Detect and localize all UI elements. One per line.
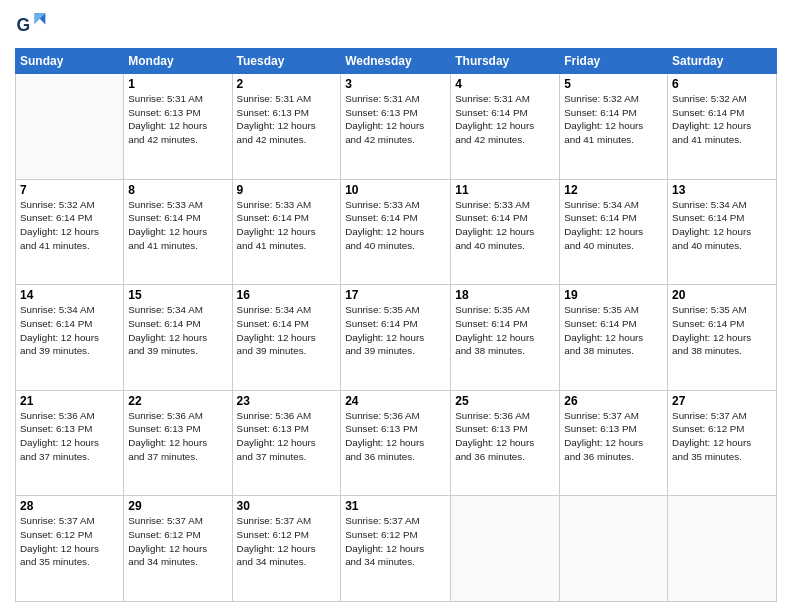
calendar-cell: 31Sunrise: 5:37 AM Sunset: 6:12 PM Dayli… bbox=[341, 496, 451, 602]
day-info: Sunrise: 5:37 AM Sunset: 6:12 PM Dayligh… bbox=[128, 514, 227, 569]
calendar-cell bbox=[560, 496, 668, 602]
day-info: Sunrise: 5:33 AM Sunset: 6:14 PM Dayligh… bbox=[128, 198, 227, 253]
day-info: Sunrise: 5:34 AM Sunset: 6:14 PM Dayligh… bbox=[20, 303, 119, 358]
day-info: Sunrise: 5:31 AM Sunset: 6:13 PM Dayligh… bbox=[128, 92, 227, 147]
day-info: Sunrise: 5:35 AM Sunset: 6:14 PM Dayligh… bbox=[455, 303, 555, 358]
day-number: 16 bbox=[237, 288, 337, 302]
day-info: Sunrise: 5:34 AM Sunset: 6:14 PM Dayligh… bbox=[237, 303, 337, 358]
day-info: Sunrise: 5:32 AM Sunset: 6:14 PM Dayligh… bbox=[564, 92, 663, 147]
day-number: 22 bbox=[128, 394, 227, 408]
calendar-cell: 19Sunrise: 5:35 AM Sunset: 6:14 PM Dayli… bbox=[560, 285, 668, 391]
column-header-friday: Friday bbox=[560, 49, 668, 74]
day-number: 26 bbox=[564, 394, 663, 408]
day-info: Sunrise: 5:37 AM Sunset: 6:12 PM Dayligh… bbox=[345, 514, 446, 569]
day-info: Sunrise: 5:31 AM Sunset: 6:14 PM Dayligh… bbox=[455, 92, 555, 147]
calendar-cell: 17Sunrise: 5:35 AM Sunset: 6:14 PM Dayli… bbox=[341, 285, 451, 391]
calendar-week-row: 1Sunrise: 5:31 AM Sunset: 6:13 PM Daylig… bbox=[16, 74, 777, 180]
day-info: Sunrise: 5:33 AM Sunset: 6:14 PM Dayligh… bbox=[237, 198, 337, 253]
day-number: 29 bbox=[128, 499, 227, 513]
day-info: Sunrise: 5:36 AM Sunset: 6:13 PM Dayligh… bbox=[237, 409, 337, 464]
calendar-week-row: 28Sunrise: 5:37 AM Sunset: 6:12 PM Dayli… bbox=[16, 496, 777, 602]
day-info: Sunrise: 5:34 AM Sunset: 6:14 PM Dayligh… bbox=[672, 198, 772, 253]
calendar-week-row: 7Sunrise: 5:32 AM Sunset: 6:14 PM Daylig… bbox=[16, 179, 777, 285]
day-info: Sunrise: 5:33 AM Sunset: 6:14 PM Dayligh… bbox=[345, 198, 446, 253]
calendar-cell bbox=[451, 496, 560, 602]
logo-icon: G bbox=[15, 10, 47, 42]
calendar-cell: 7Sunrise: 5:32 AM Sunset: 6:14 PM Daylig… bbox=[16, 179, 124, 285]
calendar-cell: 28Sunrise: 5:37 AM Sunset: 6:12 PM Dayli… bbox=[16, 496, 124, 602]
day-number: 17 bbox=[345, 288, 446, 302]
day-number: 3 bbox=[345, 77, 446, 91]
day-number: 10 bbox=[345, 183, 446, 197]
calendar-cell: 13Sunrise: 5:34 AM Sunset: 6:14 PM Dayli… bbox=[668, 179, 777, 285]
calendar-table: SundayMondayTuesdayWednesdayThursdayFrid… bbox=[15, 48, 777, 602]
day-info: Sunrise: 5:37 AM Sunset: 6:13 PM Dayligh… bbox=[564, 409, 663, 464]
column-header-wednesday: Wednesday bbox=[341, 49, 451, 74]
calendar-cell: 20Sunrise: 5:35 AM Sunset: 6:14 PM Dayli… bbox=[668, 285, 777, 391]
day-info: Sunrise: 5:35 AM Sunset: 6:14 PM Dayligh… bbox=[564, 303, 663, 358]
day-number: 11 bbox=[455, 183, 555, 197]
day-number: 30 bbox=[237, 499, 337, 513]
calendar-cell: 1Sunrise: 5:31 AM Sunset: 6:13 PM Daylig… bbox=[124, 74, 232, 180]
day-number: 31 bbox=[345, 499, 446, 513]
calendar-cell: 10Sunrise: 5:33 AM Sunset: 6:14 PM Dayli… bbox=[341, 179, 451, 285]
day-number: 19 bbox=[564, 288, 663, 302]
day-number: 12 bbox=[564, 183, 663, 197]
page: G SundayMondayTuesdayWednesdayThursdayFr… bbox=[0, 0, 792, 612]
calendar-cell: 30Sunrise: 5:37 AM Sunset: 6:12 PM Dayli… bbox=[232, 496, 341, 602]
day-number: 24 bbox=[345, 394, 446, 408]
day-number: 15 bbox=[128, 288, 227, 302]
column-header-sunday: Sunday bbox=[16, 49, 124, 74]
calendar-cell: 3Sunrise: 5:31 AM Sunset: 6:13 PM Daylig… bbox=[341, 74, 451, 180]
day-number: 1 bbox=[128, 77, 227, 91]
day-number: 6 bbox=[672, 77, 772, 91]
day-number: 21 bbox=[20, 394, 119, 408]
calendar-cell: 11Sunrise: 5:33 AM Sunset: 6:14 PM Dayli… bbox=[451, 179, 560, 285]
calendar-cell: 2Sunrise: 5:31 AM Sunset: 6:13 PM Daylig… bbox=[232, 74, 341, 180]
calendar-cell: 6Sunrise: 5:32 AM Sunset: 6:14 PM Daylig… bbox=[668, 74, 777, 180]
calendar-header-row: SundayMondayTuesdayWednesdayThursdayFrid… bbox=[16, 49, 777, 74]
day-info: Sunrise: 5:32 AM Sunset: 6:14 PM Dayligh… bbox=[20, 198, 119, 253]
day-number: 4 bbox=[455, 77, 555, 91]
calendar-cell bbox=[16, 74, 124, 180]
day-info: Sunrise: 5:37 AM Sunset: 6:12 PM Dayligh… bbox=[20, 514, 119, 569]
day-number: 28 bbox=[20, 499, 119, 513]
calendar-cell: 8Sunrise: 5:33 AM Sunset: 6:14 PM Daylig… bbox=[124, 179, 232, 285]
calendar-cell: 9Sunrise: 5:33 AM Sunset: 6:14 PM Daylig… bbox=[232, 179, 341, 285]
logo: G bbox=[15, 10, 51, 42]
column-header-tuesday: Tuesday bbox=[232, 49, 341, 74]
day-number: 23 bbox=[237, 394, 337, 408]
day-info: Sunrise: 5:34 AM Sunset: 6:14 PM Dayligh… bbox=[564, 198, 663, 253]
calendar-cell: 4Sunrise: 5:31 AM Sunset: 6:14 PM Daylig… bbox=[451, 74, 560, 180]
day-info: Sunrise: 5:36 AM Sunset: 6:13 PM Dayligh… bbox=[20, 409, 119, 464]
column-header-thursday: Thursday bbox=[451, 49, 560, 74]
calendar-week-row: 14Sunrise: 5:34 AM Sunset: 6:14 PM Dayli… bbox=[16, 285, 777, 391]
day-info: Sunrise: 5:32 AM Sunset: 6:14 PM Dayligh… bbox=[672, 92, 772, 147]
day-info: Sunrise: 5:37 AM Sunset: 6:12 PM Dayligh… bbox=[672, 409, 772, 464]
calendar-cell: 16Sunrise: 5:34 AM Sunset: 6:14 PM Dayli… bbox=[232, 285, 341, 391]
calendar-cell: 29Sunrise: 5:37 AM Sunset: 6:12 PM Dayli… bbox=[124, 496, 232, 602]
day-info: Sunrise: 5:35 AM Sunset: 6:14 PM Dayligh… bbox=[345, 303, 446, 358]
day-info: Sunrise: 5:36 AM Sunset: 6:13 PM Dayligh… bbox=[455, 409, 555, 464]
calendar-week-row: 21Sunrise: 5:36 AM Sunset: 6:13 PM Dayli… bbox=[16, 390, 777, 496]
calendar-cell: 12Sunrise: 5:34 AM Sunset: 6:14 PM Dayli… bbox=[560, 179, 668, 285]
calendar-cell: 21Sunrise: 5:36 AM Sunset: 6:13 PM Dayli… bbox=[16, 390, 124, 496]
day-info: Sunrise: 5:35 AM Sunset: 6:14 PM Dayligh… bbox=[672, 303, 772, 358]
calendar-cell bbox=[668, 496, 777, 602]
day-info: Sunrise: 5:33 AM Sunset: 6:14 PM Dayligh… bbox=[455, 198, 555, 253]
calendar-cell: 23Sunrise: 5:36 AM Sunset: 6:13 PM Dayli… bbox=[232, 390, 341, 496]
day-info: Sunrise: 5:37 AM Sunset: 6:12 PM Dayligh… bbox=[237, 514, 337, 569]
day-number: 20 bbox=[672, 288, 772, 302]
day-number: 25 bbox=[455, 394, 555, 408]
day-number: 8 bbox=[128, 183, 227, 197]
day-number: 14 bbox=[20, 288, 119, 302]
day-number: 27 bbox=[672, 394, 772, 408]
day-number: 13 bbox=[672, 183, 772, 197]
calendar-cell: 5Sunrise: 5:32 AM Sunset: 6:14 PM Daylig… bbox=[560, 74, 668, 180]
calendar-cell: 14Sunrise: 5:34 AM Sunset: 6:14 PM Dayli… bbox=[16, 285, 124, 391]
calendar-cell: 24Sunrise: 5:36 AM Sunset: 6:13 PM Dayli… bbox=[341, 390, 451, 496]
day-number: 2 bbox=[237, 77, 337, 91]
column-header-saturday: Saturday bbox=[668, 49, 777, 74]
calendar-cell: 25Sunrise: 5:36 AM Sunset: 6:13 PM Dayli… bbox=[451, 390, 560, 496]
day-info: Sunrise: 5:36 AM Sunset: 6:13 PM Dayligh… bbox=[128, 409, 227, 464]
